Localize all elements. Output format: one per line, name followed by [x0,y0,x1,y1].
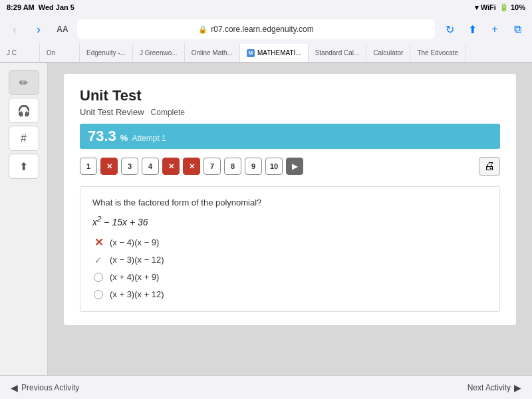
q-nav-next-arrow[interactable]: ▶ [286,158,303,175]
score-percent: % [120,133,128,143]
tab-mathemati[interactable]: M MATHEMATI... [240,44,309,62]
score-bar: 73.3 % Attempt 1 [80,124,500,149]
share-button[interactable]: ⬆ [463,20,481,39]
page-card: Unit Test Unit Test Review Complete 73.3… [64,74,516,325]
tab-on[interactable]: On [40,44,80,62]
q-nav-5[interactable]: ✕ [162,158,180,175]
bottom-nav: ◀ Previous Activity Next Activity ▶ [0,375,532,399]
question-box: What is the factored form of the polynom… [80,186,500,312]
tab-standard-cal[interactable]: Standard Cal... [309,44,367,62]
unit-test-subtitle: Unit Test Review Complete [80,107,500,117]
page-title: Unit Test [80,87,500,104]
choice-c-indicator [92,271,104,283]
choice-d-text: (x + 3)(x + 12) [110,289,164,299]
choice-b-indicator: ✓ [92,254,104,266]
q-nav-7[interactable]: 7 [203,158,221,175]
status-bar: 8:29 AM Wed Jan 5 ▾ WiFi 🔋 10% [0,0,532,15]
choice-d-indicator [92,289,104,301]
choice-a[interactable]: ✕ (x − 4)(x − 9) [92,237,487,249]
complete-badge: Complete [151,108,185,117]
score-value: 73.3 [88,128,116,145]
subtitle-text: Unit Test Review [80,107,144,117]
status-time: 8:29 AM [7,3,35,11]
main-page: Unit Test Unit Test Review Complete 73.3… [48,63,532,399]
question-prompt: What is the factored form of the polynom… [92,198,487,207]
choice-a-text: (x − 4)(x − 9) [110,237,159,247]
toolbar-actions: ↻ ⬆ + ⧉ [440,20,527,39]
q-nav-4[interactable]: 4 [142,158,159,175]
radio-empty-icon [94,273,103,282]
question-equation: x2 − 15x + 36 [92,214,487,227]
wrong-icon: ✕ [94,236,103,249]
audio-tool-button[interactable]: 🎧 [9,98,39,123]
tab-jc[interactable]: J C [0,44,40,62]
forward-button[interactable]: › [29,20,48,39]
choice-c-text: (x + 4)(x + 9) [110,272,159,282]
new-tab-button[interactable]: + [485,20,504,39]
score-attempt: Attempt 1 [132,134,166,143]
next-label: Next Activity [467,383,511,392]
q-nav-8[interactable]: 8 [224,158,241,175]
browser-toolbar: ‹ › AA 🔒 r07.core.learn.edgenuity.com ↻ … [0,15,532,44]
browser-chrome: ‹ › AA 🔒 r07.core.learn.edgenuity.com ↻ … [0,15,532,63]
upload-tool-button[interactable]: ⬆ [9,154,39,179]
tab-edvocate[interactable]: The Edvocate [410,44,466,62]
pencil-tool-button[interactable]: ✏ [9,70,39,95]
reader-mode-button[interactable]: AA [53,20,72,39]
tab-favicon: M [247,49,255,57]
url-text: r07.core.learn.edgenuity.com [211,25,314,34]
q-nav-9[interactable]: 9 [245,158,262,175]
answer-choices: ✕ (x − 4)(x − 9) ✓ (x − 3)(x − 12) [92,237,487,301]
tabs-row: J C On Edgenuity -... J Greenwo... Onlin… [0,44,532,63]
q-nav-1[interactable]: 1 [80,158,97,175]
previous-label: Previous Activity [21,383,79,392]
content-area: ✏ 🎧 # ⬆ Unit Test Unit Test Review Compl… [0,63,532,399]
next-activity-button[interactable]: Next Activity ▶ [467,382,521,393]
choice-b[interactable]: ✓ (x − 3)(x − 12) [92,254,487,266]
choice-a-indicator: ✕ [92,237,104,249]
tabs-button[interactable]: ⧉ [508,20,527,39]
status-date: Wed Jan 5 [39,3,74,11]
previous-activity-button[interactable]: ◀ Previous Activity [11,382,79,393]
q-nav-2[interactable]: ✕ [100,158,118,175]
q-nav-10[interactable]: 10 [265,158,283,175]
choice-b-text: (x − 3)(x − 12) [110,255,164,265]
check-icon: ✓ [94,255,102,265]
previous-arrow-icon: ◀ [11,382,18,393]
refresh-button[interactable]: ↻ [440,20,459,39]
question-nav: 1 ✕ 3 4 ✕ ✕ 7 8 9 10 ▶ 🖨 [80,157,500,176]
q-nav-6[interactable]: ✕ [183,158,200,175]
address-bar[interactable]: 🔒 r07.core.learn.edgenuity.com [77,19,435,39]
calculator-tool-button[interactable]: # [9,126,39,151]
tab-calculator[interactable]: Calculator [366,44,410,62]
tab-edgenuity[interactable]: Edgenuity -... [80,44,133,62]
battery-indicator: 🔋 10% [499,3,525,12]
choice-d[interactable]: (x + 3)(x + 12) [92,289,487,301]
tab-jgreenwo[interactable]: J Greenwo... [133,44,185,62]
q-nav-3[interactable]: 3 [121,158,138,175]
left-sidebar: ✏ 🎧 # ⬆ [0,63,48,399]
print-button[interactable]: 🖨 [479,157,500,176]
choice-c[interactable]: (x + 4)(x + 9) [92,271,487,283]
tab-online-math[interactable]: Online Math... [185,44,240,62]
next-arrow-icon: ▶ [514,382,521,393]
wifi-icon: ▾ WiFi [475,3,496,12]
back-button[interactable]: ‹ [5,20,24,39]
radio-empty-icon-2 [94,290,103,299]
lock-icon: 🔒 [198,25,207,34]
